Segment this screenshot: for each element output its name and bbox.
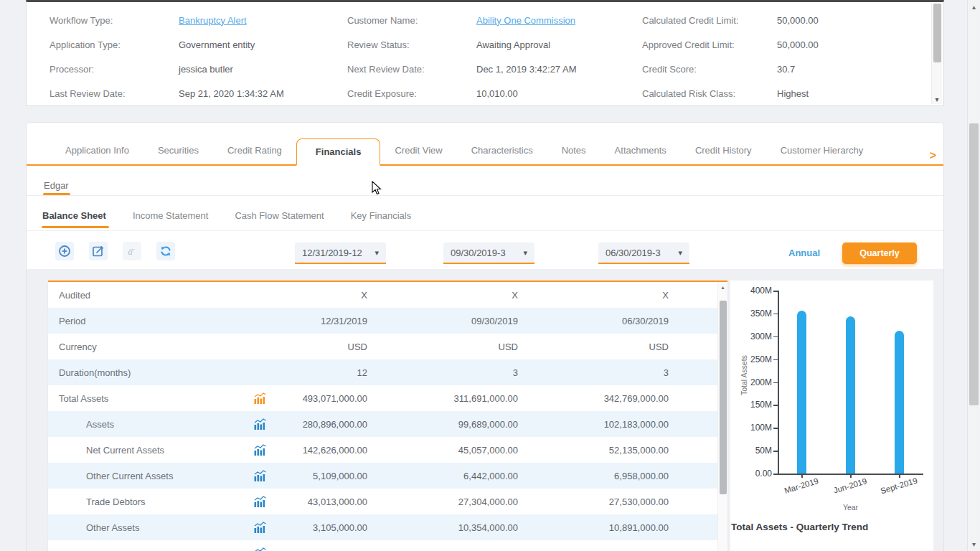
table-scrollbar[interactable]: ▴ (717, 282, 727, 551)
summary-column: Workflow Type:Bankruptcy AlertApplicatio… (50, 8, 284, 106)
table-scrollbar-thumb[interactable] (720, 301, 727, 494)
add-icon[interactable] (55, 242, 74, 260)
tab-key-financials[interactable]: Key Financials (351, 210, 412, 228)
table-row[interactable]: Period12/31/201909/30/201906/30/2019 (48, 308, 727, 334)
y-axis-tick-label: 250M (730, 354, 772, 364)
page-scrollbar-thumb[interactable] (969, 123, 979, 405)
period-selector-value: 12/31/2019-12 (302, 248, 362, 258)
summary-column: Customer Name:Ability One CommissionRevi… (347, 8, 576, 106)
tab-balance-sheet[interactable]: Balance Sheet (42, 210, 106, 228)
y-axis-tick-label: 200M (730, 377, 772, 387)
tab-credit-rating[interactable]: Credit Rating (213, 138, 296, 164)
field-label: Calculated Credit Limit: (642, 15, 777, 26)
summary-field: Credit Exposure:10,010.00 (347, 82, 576, 106)
tab-credit-history[interactable]: Credit History (681, 138, 766, 164)
mini-bar-chart-icon[interactable] (254, 547, 268, 551)
row-label: Other Current Assets (59, 471, 254, 481)
field-label: Credit Exposure: (347, 88, 476, 99)
table-row[interactable]: AuditedXXX (48, 282, 727, 308)
mini-bar-chart-icon[interactable] (254, 418, 268, 430)
row-label: Trade Debtors (59, 496, 254, 507)
table-row[interactable] (48, 540, 727, 551)
chart-bar-mar-2019[interactable] (797, 311, 806, 474)
row-label: Total Assets (59, 393, 254, 404)
chart-title: Total Assets - Quarterly Trend (731, 522, 868, 532)
field-value-link[interactable]: Bankruptcy Alert (179, 15, 247, 26)
quarterly-toggle-button[interactable]: Quarterly (842, 242, 917, 264)
table-row[interactable]: Duration(months)1233 (48, 359, 727, 385)
y-axis-tick (773, 291, 778, 292)
summary-field: Workflow Type:Bankruptcy Alert (50, 8, 284, 32)
tab-edgar[interactable]: Edgar (44, 180, 69, 191)
mini-bar-chart-icon[interactable] (254, 444, 268, 456)
tab-attachments[interactable]: Attachments (600, 138, 681, 164)
page-scrollbar-down-icon[interactable]: ▾ (968, 540, 980, 548)
summary-scrollbar[interactable]: ▾ (931, 4, 942, 104)
row-value: USD (518, 342, 669, 352)
annual-toggle[interactable]: Annual (788, 248, 820, 258)
row-value: 3,105,000.00 (268, 522, 367, 533)
row-value: 27,304,000.00 (367, 496, 518, 507)
divider (27, 195, 943, 196)
row-value: USD (268, 342, 367, 352)
summary-scrollbar-down-icon[interactable]: ▾ (932, 95, 942, 103)
row-label: Currency (59, 342, 254, 352)
y-axis-tick (773, 359, 778, 361)
chart-bar-jun-2019[interactable] (846, 316, 855, 474)
balance-sheet-table-body: AuditedXXXPeriod12/31/201909/30/201906/3… (48, 282, 727, 551)
summary-panel: Workflow Type:Bankruptcy AlertApplicatio… (26, 0, 944, 106)
tab-income-statement[interactable]: Income Statement (133, 210, 209, 228)
mini-bar-chart-icon[interactable] (254, 522, 268, 533)
y-axis-tick-label: 350M (730, 309, 772, 319)
row-label: Net Current Assets (59, 445, 254, 456)
field-label: Credit Score: (642, 64, 777, 75)
table-row[interactable]: Other Current Assets5,109,000.006,442,00… (48, 463, 727, 489)
tab-customer-hierarchy[interactable]: Customer Hierarchy (766, 138, 878, 164)
y-axis-tick (773, 474, 778, 475)
field-label: Last Review Date: (50, 88, 179, 99)
summary-field: Next Review Date:Dec 1, 2019 3:42:27 AM (347, 57, 576, 81)
edit-icon[interactable] (89, 242, 108, 260)
field-label: Application Type: (50, 39, 179, 50)
mini-bar-chart-icon[interactable] (254, 392, 268, 404)
y-axis-tick-label: 50M (730, 446, 772, 456)
chart-bar-sept-2019[interactable] (895, 331, 904, 474)
tab-characteristics[interactable]: Characteristics (457, 138, 547, 164)
field-label: Processor: (50, 64, 179, 75)
page-scrollbar[interactable]: ▴ ▾ (967, 0, 980, 551)
field-value: 10,010.00 (476, 88, 518, 99)
field-label: Workflow Type: (50, 15, 179, 26)
summary-field: Last Review Date:Sep 21, 2020 1:34:32 AM (50, 82, 284, 106)
tab-cash-flow-statement[interactable]: Cash Flow Statement (235, 210, 324, 228)
table-row[interactable]: Assets280,896,000.0099,689,000.00102,183… (48, 411, 727, 437)
period-selector-value: 06/30/2019-3 (606, 248, 661, 258)
chart-y-axis-title: Total Assets (740, 343, 748, 408)
tab-securities[interactable]: Securities (143, 138, 213, 164)
content-area: AuditedXXXPeriod12/31/201909/30/201906/3… (27, 269, 943, 551)
row-value: 311,691,000.00 (367, 393, 518, 404)
refresh-icon[interactable] (156, 242, 175, 260)
row-value: 09/30/2019 (367, 316, 518, 326)
tab-notes[interactable]: Notes (547, 138, 600, 164)
page-scrollbar-up-icon[interactable]: ▴ (968, 3, 980, 11)
summary-scrollbar-thumb[interactable] (933, 4, 941, 62)
tab-financials[interactable]: Financials (296, 138, 381, 166)
table-row[interactable]: CurrencyUSDUSDUSD (48, 334, 727, 359)
table-scrollbar-up-icon[interactable]: ▴ (718, 284, 727, 291)
row-value: 142,626,000.00 (268, 445, 367, 456)
field-value-link[interactable]: Ability One Commission (476, 15, 575, 26)
y-axis-tick (773, 451, 778, 452)
mini-bar-chart-icon[interactable] (254, 470, 268, 481)
table-row[interactable]: Trade Debtors43,013,000.0027,304,000.002… (48, 489, 727, 514)
field-value: Sep 21, 2020 1:34:32 AM (179, 88, 284, 99)
table-row[interactable]: Total Assets493,071,000.00311,691,000.00… (48, 385, 727, 411)
period-selector-2[interactable]: 09/30/2019-3▾ (443, 242, 534, 264)
table-row[interactable]: Net Current Assets142,626,000.0045,057,0… (48, 437, 727, 463)
period-selector-1[interactable]: 12/31/2019-12▾ (295, 242, 386, 264)
table-row[interactable]: Other Assets3,105,000.0010,354,000.0010,… (48, 514, 727, 540)
mini-bar-chart-icon[interactable] (254, 496, 268, 507)
tab-application-info[interactable]: Application Info (51, 138, 143, 164)
field-label: Approved Credit Limit: (642, 39, 777, 50)
period-selector-3[interactable]: 06/30/2019-3▾ (598, 242, 689, 264)
tab-credit-view[interactable]: Credit View (380, 138, 456, 164)
